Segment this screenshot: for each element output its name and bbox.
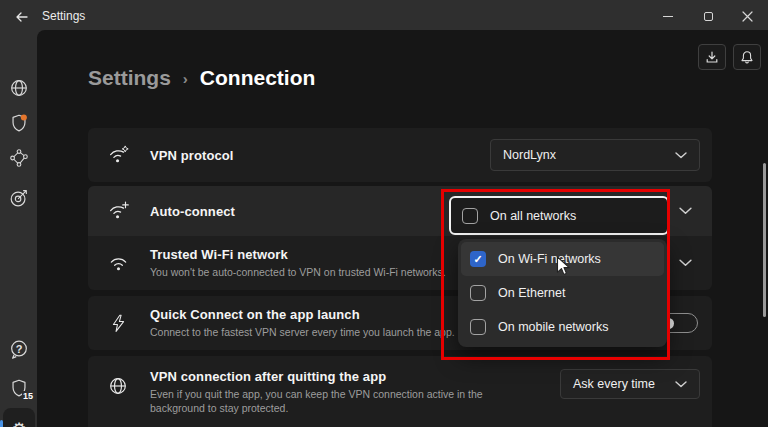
trusted-wifi-expander[interactable]	[679, 259, 692, 267]
maximize-button[interactable]	[688, 0, 729, 33]
checkbox-on-wifi-networks[interactable]: ✓	[470, 251, 486, 267]
gear-icon: ⚙	[11, 421, 26, 427]
after-quit-subtitle: Even if you quit the app, you can keep t…	[150, 387, 540, 415]
vpn-protocol-select[interactable]: NordLynx	[490, 139, 700, 171]
sidebar-selected-indicator	[0, 420, 3, 427]
sidebar-item-vpn[interactable]	[8, 77, 30, 99]
auto-connect-expander[interactable]	[679, 207, 692, 215]
vpn-protocol-value: NordLynx	[503, 148, 556, 162]
chevron-down-icon	[675, 381, 687, 388]
sidebar: ? 15 ⚙	[0, 33, 37, 427]
sidebar-item-threat-protection[interactable]	[8, 112, 30, 134]
close-button[interactable]	[727, 0, 768, 33]
scrollbar-thumb[interactable]	[763, 163, 766, 317]
after-quit-value: Ask every time	[573, 377, 655, 391]
sidebar-item-help[interactable]: ?	[8, 338, 30, 360]
notifications-button[interactable]	[733, 44, 761, 70]
titlebar: Settings	[0, 0, 768, 33]
download-icon	[705, 50, 719, 64]
mesh-network-icon	[8, 147, 30, 169]
breadcrumb-separator-icon: ›	[183, 70, 188, 87]
menu-item-ethernet[interactable]: On Ethernet	[461, 276, 664, 310]
sidebar-item-speed[interactable]	[8, 187, 30, 209]
minimize-button[interactable]	[647, 0, 688, 33]
help-question-glyph: ?	[8, 339, 30, 359]
auto-connect-combobox[interactable]: On all networks	[449, 196, 669, 235]
sidebar-item-meshnet[interactable]	[8, 147, 30, 169]
bell-icon	[740, 50, 754, 64]
app-window: Settings	[0, 0, 768, 427]
checkbox-on-all-networks[interactable]	[462, 208, 478, 224]
back-button[interactable]	[12, 8, 32, 26]
chevron-down-icon	[679, 259, 692, 267]
wifi-star-icon	[106, 144, 130, 167]
wifi-plus-icon	[106, 200, 130, 223]
menu-item-label: On mobile networks	[498, 320, 608, 334]
globe-icon	[8, 77, 30, 99]
after-quit-card: VPN connection after quitting the app Ev…	[88, 356, 712, 427]
mouse-cursor-icon	[556, 256, 571, 277]
minimize-icon	[663, 16, 673, 17]
maximize-icon	[704, 12, 713, 21]
vpn-protocol-row: VPN protocol NordLynx	[88, 128, 712, 182]
subscription-days-badge: 15	[22, 391, 33, 401]
notification-dot	[21, 114, 27, 120]
vpn-protocol-card: VPN protocol NordLynx	[88, 128, 712, 182]
window-title: Settings	[42, 9, 85, 23]
globe-connection-icon	[106, 375, 130, 397]
back-arrow-icon	[14, 9, 30, 25]
shield-icon	[8, 112, 30, 134]
breadcrumb: Settings › Connection	[88, 66, 315, 90]
download-button[interactable]	[698, 44, 726, 70]
wifi-icon	[106, 252, 130, 275]
lightning-icon	[106, 313, 130, 334]
after-quit-text: VPN connection after quitting the app Ev…	[150, 369, 540, 415]
after-quit-select[interactable]: Ask every time	[560, 369, 700, 399]
menu-item-mobile-networks[interactable]: On mobile networks	[461, 310, 664, 344]
vpn-protocol-title: VPN protocol	[150, 148, 470, 163]
page-title: Connection	[200, 66, 316, 90]
sidebar-item-settings[interactable]: ⚙	[8, 418, 30, 427]
after-quit-title: VPN connection after quitting the app	[150, 369, 540, 384]
breadcrumb-settings[interactable]: Settings	[88, 66, 171, 90]
checkbox-on-ethernet[interactable]	[470, 285, 486, 301]
chevron-down-icon	[679, 207, 692, 215]
combobox-value: On all networks	[490, 209, 576, 223]
vpn-protocol-text: VPN protocol	[150, 148, 470, 163]
after-quit-row: VPN connection after quitting the app Ev…	[88, 356, 712, 427]
menu-item-label: On Wi-Fi networks	[498, 252, 601, 266]
target-icon	[8, 187, 30, 209]
menu-item-label: On Ethernet	[498, 286, 565, 300]
checkbox-on-mobile-networks[interactable]	[470, 319, 486, 335]
chevron-down-icon	[675, 152, 687, 159]
sidebar-item-subscription[interactable]: 15	[8, 377, 30, 399]
close-icon	[742, 11, 753, 22]
